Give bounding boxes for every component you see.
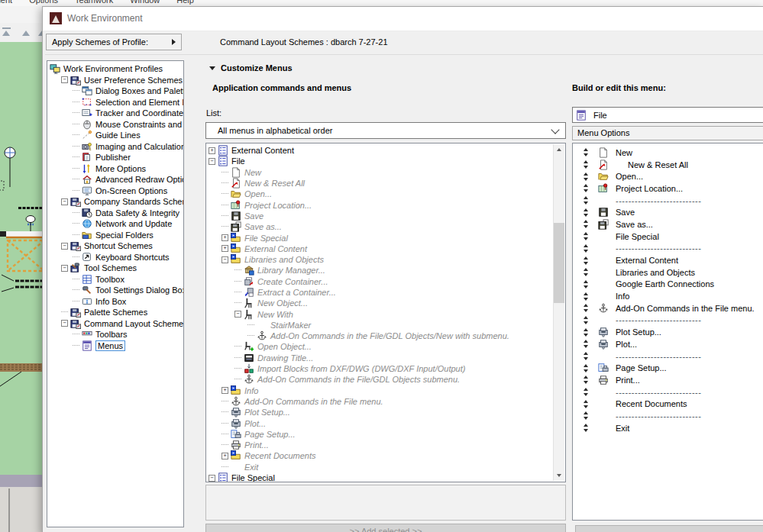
reorder-handle-icon[interactable]: [582, 232, 589, 240]
collapse-box-icon[interactable]: −: [61, 320, 68, 327]
collapse-box-icon[interactable]: −: [61, 265, 68, 272]
reorder-handle-icon[interactable]: [582, 400, 589, 408]
menu-item-page-setup[interactable]: Page Setup...: [573, 362, 763, 374]
menu-item-info[interactable]: Info: [573, 290, 763, 302]
collapse-box-icon[interactable]: −: [209, 158, 215, 165]
tree-item-add-on-commands-in-the-file-gdl-object[interactable]: Add-On Commands in the File/GDL Objects/…: [206, 330, 554, 341]
reorder-handle-icon[interactable]: [582, 196, 589, 205]
menubar-item-help[interactable]: Help: [176, 0, 194, 5]
tree-item-toolbox[interactable]: Toolbox: [47, 274, 183, 285]
menu-separator-row[interactable]: ---------------------------: [573, 195, 763, 207]
reorder-handle-icon[interactable]: [582, 364, 589, 372]
collapse-box-icon[interactable]: −: [61, 76, 68, 83]
menu-separator-row[interactable]: ---------------------------: [573, 314, 763, 327]
menu-item-add-on-commands-in-the-file-menu[interactable]: Add-On Commands in the File menu.: [573, 302, 763, 314]
menu-item-open[interactable]: Open...: [573, 170, 763, 182]
collapse-box-icon[interactable]: −: [61, 243, 68, 250]
scrollbar[interactable]: [553, 144, 564, 481]
expand-box-icon[interactable]: +: [221, 387, 228, 394]
dialog-titlebar[interactable]: Work Environment: [43, 7, 763, 31]
tree-item-add-on-commands-in-the-file-gdl-object[interactable]: Add-On Commands in the File/GDL Objects …: [206, 374, 554, 385]
reorder-handle-icon[interactable]: [582, 292, 589, 301]
menubar-item-options[interactable]: Options: [29, 0, 58, 5]
menu-item-new[interactable]: New: [573, 147, 763, 159]
reorder-handle-icon[interactable]: [582, 160, 589, 169]
tree-item-exit[interactable]: Exit: [206, 462, 554, 472]
menu-item-save[interactable]: Save: [573, 206, 763, 218]
tree-item-recent-documents[interactable]: +Recent Documents: [206, 450, 554, 461]
tree-item-info[interactable]: +Info: [206, 385, 554, 396]
reorder-handle-icon[interactable]: [582, 280, 589, 289]
tree-item-save-as[interactable]: Save as...: [206, 221, 554, 232]
tree-item-keyboard-shortcuts[interactable]: Keyboard Shortcuts: [47, 252, 183, 263]
menu-item-file-special[interactable]: File Special: [573, 231, 763, 243]
collapse-box-icon[interactable]: −: [221, 256, 228, 263]
tree-item-import-blocks-from-dxf-dwg-dwg-dxf-inp[interactable]: Import Blocks from DXF/DWG (DWG/DXF Inpu…: [206, 363, 554, 374]
tree-item-save[interactable]: Save: [206, 211, 554, 221]
arrow-up-icon[interactable]: [22, 31, 30, 36]
tree-item-extract-a-container[interactable]: Extract a Container...: [206, 287, 554, 298]
tree-item-command-layout-schemes[interactable]: −Command Layout Schemes: [47, 318, 183, 330]
menu-item-plot-setup[interactable]: Plot Setup...: [573, 326, 763, 338]
add-selected-button[interactable]: >> Add selected >>: [205, 524, 566, 532]
reorder-handle-icon[interactable]: [582, 172, 589, 181]
tree-item-tool-settings-dialog-boxes[interactable]: Tool Settings Dialog Boxes: [47, 285, 183, 296]
tree-item-file[interactable]: −File: [206, 156, 554, 166]
tree-item-on-screen-options[interactable]: On-Screen Options: [47, 185, 183, 197]
reorder-handle-icon[interactable]: [582, 256, 589, 265]
expand-box-icon[interactable]: +: [221, 245, 228, 252]
tree-item-data-safety-integrity[interactable]: Data Safety & Integrity: [47, 208, 183, 219]
collapse-box-icon[interactable]: −: [61, 198, 68, 205]
menu-item-google-earth-connections[interactable]: Google Earth Connections: [573, 279, 763, 291]
tree-item-external-content[interactable]: +External Content: [206, 145, 554, 156]
reorder-handle-icon[interactable]: [582, 268, 589, 276]
tree-item-page-setup[interactable]: Page Setup...: [206, 429, 554, 440]
menu-item-recent-documents[interactable]: Recent Documents: [573, 398, 763, 410]
tree-item-plot[interactable]: Plot...: [206, 418, 554, 428]
tree-item-work-environment-profiles[interactable]: Work Environment Profiles: [47, 63, 183, 75]
tree-item-open-object[interactable]: Open Object...: [206, 341, 554, 352]
menu-item-libraries-and-objects[interactable]: Libraries and Objects: [573, 266, 763, 279]
tree-item-tracker-and-coordinate-input[interactable]: Tracker and Coordinate Input: [47, 108, 183, 119]
tree-item-file-special[interactable]: +File Special: [206, 232, 554, 243]
menu-list-dropdown[interactable]: All menus in alphabetical order: [205, 122, 566, 139]
collapse-all-icon[interactable]: [2, 27, 11, 29]
reorder-handle-icon[interactable]: [582, 340, 589, 348]
menu-item-external-content[interactable]: External Content: [573, 254, 763, 266]
collapse-box-icon[interactable]: −: [234, 311, 241, 318]
menu-item-new-reset-all[interactable]: New & Reset All: [573, 159, 763, 171]
reorder-handle-icon[interactable]: [582, 411, 589, 420]
tree-item-dialog-boxes-and-palettes[interactable]: Dialog Boxes and Palettes: [47, 85, 183, 97]
tree-item-special-folders[interactable]: Special Folders: [47, 230, 183, 241]
reorder-handle-icon[interactable]: [582, 220, 589, 228]
expand-box-icon[interactable]: +: [209, 147, 215, 154]
reorder-handle-icon[interactable]: [582, 424, 589, 432]
tree-item-advanced-redraw-options[interactable]: Advanced Redraw Options: [47, 174, 183, 185]
expand-box-icon[interactable]: +: [221, 453, 228, 459]
tree-item-new-with[interactable]: −New With: [206, 308, 554, 319]
menu-options-button[interactable]: Menu Options: [572, 126, 763, 140]
tree-item-open[interactable]: Open...: [206, 189, 554, 199]
menubar-item-teamwork[interactable]: Teamwork: [75, 0, 113, 5]
menu-item-project-location[interactable]: Project Location...: [573, 182, 763, 195]
menu-item-print[interactable]: Print...: [573, 374, 763, 386]
tree-item-network-and-update[interactable]: Network and Update: [47, 218, 183, 230]
menu-separator-row[interactable]: ---------------------------: [573, 350, 763, 363]
tree-item-company-standards-schemes[interactable]: −Company Standards Schemes: [47, 196, 183, 208]
tree-item-create-container[interactable]: Create Container...: [206, 276, 554, 287]
tree-item-info-box[interactable]: Info Box: [47, 296, 183, 308]
tree-item-external-content[interactable]: +External Content: [206, 243, 554, 254]
menu-item-save-as[interactable]: Save as...: [573, 218, 763, 231]
reorder-handle-icon[interactable]: [582, 388, 589, 396]
tree-item-shortcut-schemes[interactable]: −Shortcut Schemes: [47, 240, 183, 252]
scrollbar-thumb[interactable]: [554, 223, 564, 303]
menubar-item-document[interactable]: Document: [0, 0, 12, 5]
tree-item-imaging-and-calculation[interactable]: Imaging and Calculation: [47, 141, 183, 153]
tree-item-new-reset-all[interactable]: New & Reset All: [206, 178, 554, 189]
tree-item-publisher[interactable]: Publisher: [47, 152, 183, 163]
menu-item-exit[interactable]: Exit: [573, 422, 763, 434]
menu-separator-row[interactable]: ---------------------------: [573, 386, 763, 398]
tree-item-toolbars[interactable]: Toolbars: [47, 329, 183, 340]
tree-item-tool-schemes[interactable]: −Tool Schemes: [47, 263, 183, 274]
reorder-handle-icon[interactable]: [582, 304, 589, 312]
